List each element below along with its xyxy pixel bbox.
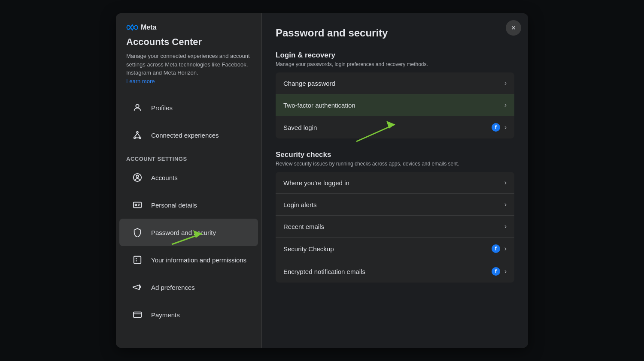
sidebar-item-label: Your information and permissions xyxy=(151,256,246,264)
sidebar-item-label: Password and security xyxy=(151,229,216,236)
card-item-label: Security Checkup xyxy=(283,245,334,253)
credit-card-icon xyxy=(130,307,145,322)
svg-point-1 xyxy=(137,132,138,133)
svg-point-3 xyxy=(140,137,141,139)
svg-line-5 xyxy=(137,133,140,137)
main-content: Password and security Login & recoveryMa… xyxy=(262,13,528,348)
sidebar-description: Manage your connected experiences and ac… xyxy=(126,52,251,85)
learn-more-link[interactable]: Learn more xyxy=(126,78,155,84)
account-settings-heading: Account settings xyxy=(116,149,261,164)
svg-rect-16 xyxy=(134,312,141,318)
section-security-checks: Security checksReview security issues by… xyxy=(276,150,514,283)
sidebar-item-personal-details[interactable]: Personal details xyxy=(119,191,258,219)
facebook-icon: f xyxy=(492,123,500,132)
modal: × Meta Accounts Center Manage your conne… xyxy=(116,13,528,348)
sidebar-item-ad-preferences[interactable]: Ad preferences xyxy=(119,274,258,301)
chevron-right-icon: › xyxy=(504,123,507,131)
shield-icon xyxy=(130,225,145,240)
card-item-encrypted-emails[interactable]: Encrypted notification emailsf› xyxy=(276,260,514,283)
section-login-recovery: Login & recoveryManage your passwords, l… xyxy=(276,51,514,138)
sidebar-item-label: Personal details xyxy=(151,202,197,209)
card-item-security-checkup[interactable]: Security Checkupf› xyxy=(276,238,514,260)
modal-overlay: × Meta Accounts Center Manage your conne… xyxy=(0,0,644,361)
chevron-right-icon: › xyxy=(504,268,507,275)
card-item-login-alerts[interactable]: Login alerts› xyxy=(276,194,514,216)
section-subtitle: Review security issues by running checks… xyxy=(276,161,514,167)
chevron-right-icon: › xyxy=(504,179,507,187)
chevron-right-icon: › xyxy=(504,201,507,208)
id-card-icon xyxy=(130,197,145,213)
card-item-label: Login alerts xyxy=(283,201,317,208)
sidebar-item-label: Ad preferences xyxy=(151,284,195,291)
sidebar-account-nav: Accounts Personal details Password and s… xyxy=(116,164,261,328)
sidebar-top-nav: Profiles Connected experiences xyxy=(116,94,261,149)
svg-rect-13 xyxy=(134,256,141,264)
chevron-right-icon: › xyxy=(504,245,507,253)
person-icon xyxy=(130,100,145,115)
card-item-label: Recent emails xyxy=(283,223,324,230)
sidebar-item-label: Profiles xyxy=(151,104,173,111)
sidebar-title: Accounts Center xyxy=(126,36,251,48)
card-item-recent-emails[interactable]: Recent emails› xyxy=(276,216,514,238)
card-item-change-password[interactable]: Change password› xyxy=(276,72,514,94)
svg-point-10 xyxy=(135,204,137,206)
connected-icon xyxy=(130,127,145,143)
page-title: Password and security xyxy=(276,27,514,39)
sidebar: Meta Accounts Center Manage your connect… xyxy=(116,13,262,348)
sidebar-item-payments[interactable]: Payments xyxy=(119,301,258,328)
card-item-saved-login[interactable]: Saved loginf› xyxy=(276,116,514,138)
sidebar-item-label: Payments xyxy=(151,311,180,319)
sidebar-item-password-security[interactable]: Password and security xyxy=(119,219,258,246)
sidebar-item-accounts[interactable]: Accounts xyxy=(119,164,258,191)
facebook-icon: f xyxy=(492,267,500,276)
card-item-label: Two-factor authentication xyxy=(283,102,355,109)
card-item-label: Change password xyxy=(283,80,335,87)
main-sections: Login & recoveryManage your passwords, l… xyxy=(276,51,514,283)
card-item-label: Saved login xyxy=(283,124,317,131)
meta-logo: Meta xyxy=(126,24,251,31)
meta-logo-icon xyxy=(126,24,138,31)
sidebar-item-connected-experiences[interactable]: Connected experiences xyxy=(119,121,258,149)
facebook-icon: f xyxy=(492,244,500,253)
card-list-login-recovery: Change password›Two-factor authenticatio… xyxy=(276,72,514,138)
card-item-label: Where you're logged in xyxy=(283,179,349,187)
section-title: Login & recovery xyxy=(276,51,514,60)
chevron-right-icon: › xyxy=(504,101,507,109)
megaphone-icon xyxy=(130,280,145,295)
sidebar-item-your-info[interactable]: Your information and permissions xyxy=(119,246,258,274)
sidebar-header: Meta Accounts Center Manage your connect… xyxy=(116,24,261,94)
card-item-two-factor[interactable]: Two-factor authentication› xyxy=(276,94,514,116)
chevron-right-icon: › xyxy=(504,223,507,230)
svg-point-8 xyxy=(136,175,139,178)
card-list-security-checks: Where you're logged in›Login alerts›Rece… xyxy=(276,172,514,283)
sidebar-item-profiles[interactable]: Profiles xyxy=(119,94,258,121)
meta-logo-text: Meta xyxy=(141,24,156,31)
section-title: Security checks xyxy=(276,150,514,159)
account-circle-icon xyxy=(130,170,145,185)
svg-point-0 xyxy=(136,105,139,108)
card-item-where-logged-in[interactable]: Where you're logged in› xyxy=(276,172,514,194)
svg-point-2 xyxy=(134,137,136,139)
card-item-label: Encrypted notification emails xyxy=(283,268,365,275)
info-box-icon xyxy=(130,252,145,268)
svg-line-4 xyxy=(135,133,137,137)
sidebar-item-label: Accounts xyxy=(151,174,178,181)
close-button[interactable]: × xyxy=(506,20,521,36)
sidebar-item-label: Connected experiences xyxy=(151,132,219,139)
chevron-right-icon: › xyxy=(504,79,507,87)
section-subtitle: Manage your passwords, login preferences… xyxy=(276,61,514,67)
